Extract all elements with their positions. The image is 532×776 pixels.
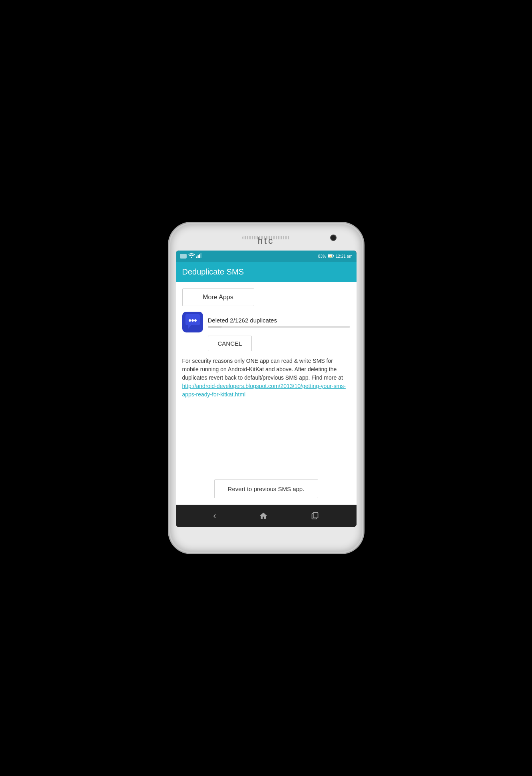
clock: 12:21 am	[336, 254, 353, 259]
battery-icon: ⚡	[328, 254, 334, 259]
phone-top-bar: htc	[176, 231, 357, 251]
svg-point-9	[189, 319, 191, 322]
cancel-button[interactable]: CANCEL	[208, 336, 252, 351]
notification-dots: ...	[180, 254, 187, 259]
svg-rect-13	[313, 513, 318, 518]
back-button[interactable]: ‹	[213, 511, 216, 521]
info-link[interactable]: http://android-developers.blogspot.com/2…	[182, 383, 346, 398]
app-title: Deduplicate SMS	[182, 267, 244, 277]
phone-bottom-physical	[176, 527, 357, 545]
status-bar: ... 83%	[176, 251, 357, 262]
svg-point-11	[194, 319, 197, 322]
battery-percent: 83%	[318, 254, 326, 259]
status-right: 83% ⚡ 12:21 am	[318, 254, 353, 259]
svg-rect-5	[333, 255, 334, 257]
back-icon: ‹	[213, 511, 216, 521]
more-apps-button[interactable]: More Apps	[182, 289, 254, 306]
svg-text:⚡: ⚡	[329, 255, 332, 258]
info-text: For security reasons only ONE app can re…	[182, 357, 350, 399]
home-button[interactable]	[259, 511, 268, 520]
wifi-icon	[188, 253, 195, 259]
app-bar: Deduplicate SMS	[176, 262, 357, 282]
progress-section: Deleted 2/1262 duplicates CANCEL	[182, 312, 350, 351]
svg-rect-1	[198, 255, 199, 258]
svg-point-10	[191, 319, 194, 322]
sms-app-icon	[182, 312, 203, 332]
speaker-grille	[242, 236, 290, 239]
phone-screen: ... 83%	[176, 251, 357, 527]
recents-button[interactable]	[311, 512, 319, 520]
svg-rect-2	[199, 255, 200, 259]
progress-info: Deleted 2/1262 duplicates	[208, 317, 350, 328]
status-left: ...	[180, 253, 202, 259]
phone-frame: htc ...	[170, 224, 362, 552]
deleted-text: Deleted 2/1262 duplicates	[208, 317, 350, 324]
progress-bar-container	[208, 326, 350, 328]
info-text-before-link: For security reasons only ONE app can re…	[182, 358, 343, 381]
home-icon	[259, 511, 268, 520]
screen-content: More Apps Deleted 2/1262 duplicates	[176, 282, 357, 505]
progress-bar-fill	[208, 326, 222, 328]
nav-bar: ‹	[176, 505, 357, 527]
svg-rect-3	[201, 253, 202, 258]
signal-icon	[196, 253, 202, 259]
progress-row: Deleted 2/1262 duplicates	[182, 312, 350, 332]
recents-icon	[311, 512, 319, 520]
svg-rect-0	[196, 257, 197, 258]
camera	[330, 235, 337, 241]
revert-button[interactable]: Revert to previous SMS app.	[214, 480, 318, 498]
